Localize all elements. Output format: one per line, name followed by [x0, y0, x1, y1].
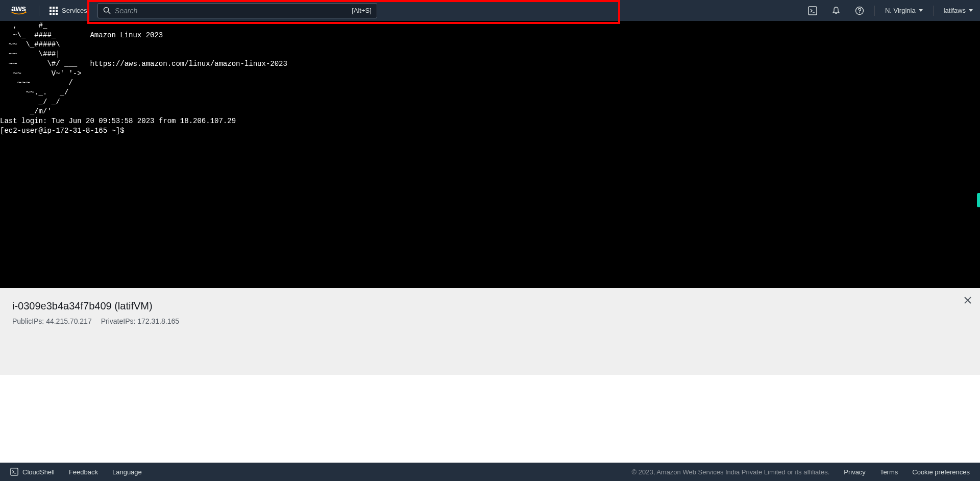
close-icon: [964, 296, 972, 304]
footer-right: © 2023, Amazon Web Services India Privat…: [632, 468, 970, 476]
search-icon: [103, 7, 111, 14]
footer-left: CloudShell Feedback Language: [10, 468, 142, 476]
language-button[interactable]: Language: [112, 468, 142, 476]
instance-title: i-0309e3b4a34f7b409 (latifVM): [12, 300, 968, 312]
aws-logo-swoosh-icon: [11, 11, 27, 15]
cloudshell-icon: [808, 6, 817, 15]
search-shortcut-label: [Alt+S]: [352, 7, 372, 14]
language-label: Language: [112, 468, 142, 476]
terms-link[interactable]: Terms: [880, 468, 898, 476]
nav-separator: [933, 6, 934, 16]
search-input[interactable]: [115, 7, 352, 15]
public-ip-label: PublicIPs: 44.215.70.217: [12, 317, 92, 325]
cloudshell-nav-button[interactable]: [801, 0, 824, 21]
services-label: Services: [62, 7, 87, 14]
help-icon: [855, 6, 864, 15]
private-ip-label: PrivateIPs: 172.31.8.165: [101, 317, 179, 325]
cloudshell-icon: [10, 468, 18, 476]
search-box[interactable]: [Alt+S]: [97, 3, 377, 18]
bell-icon: [831, 6, 841, 15]
terminal-output[interactable]: , #_ ~\_ ####_ Amazon Linux 2023 ~~ \_##…: [0, 21, 980, 288]
aws-logo[interactable]: aws: [0, 4, 36, 17]
search-wrap: [Alt+S]: [97, 3, 377, 18]
top-nav: aws Services [Alt+S]: [0, 0, 980, 21]
notifications-button[interactable]: [824, 0, 848, 21]
side-feedback-tab[interactable]: [977, 193, 980, 207]
feedback-label: Feedback: [69, 468, 98, 476]
nav-separator: [39, 6, 39, 16]
account-menu[interactable]: latifaws: [937, 0, 980, 21]
cloudshell-footer-label: CloudShell: [22, 468, 55, 476]
region-label: N. Virginia: [885, 7, 916, 14]
region-selector[interactable]: N. Virginia: [878, 0, 930, 21]
cloudshell-footer-button[interactable]: CloudShell: [10, 468, 55, 476]
cookie-preferences-link[interactable]: Cookie preferences: [912, 468, 970, 476]
services-grid-icon: [50, 7, 58, 15]
help-button[interactable]: [848, 0, 871, 21]
chevron-down-icon: [919, 9, 923, 12]
services-button[interactable]: Services: [42, 0, 94, 21]
nav-right: N. Virginia latifaws: [801, 0, 980, 21]
instance-ips: PublicIPs: 44.215.70.217 PrivateIPs: 172…: [12, 317, 968, 325]
svg-line-1: [108, 12, 110, 14]
chevron-down-icon: [969, 9, 973, 12]
close-panel-button[interactable]: [964, 295, 972, 307]
footer: CloudShell Feedback Language © 2023, Ama…: [0, 463, 980, 481]
account-label: latifaws: [944, 7, 966, 14]
privacy-link[interactable]: Privacy: [844, 468, 866, 476]
svg-point-5: [859, 12, 860, 13]
svg-point-0: [104, 7, 108, 12]
instance-info-panel: i-0309e3b4a34f7b409 (latifVM) PublicIPs:…: [0, 288, 980, 375]
feedback-button[interactable]: Feedback: [69, 468, 98, 476]
nav-separator: [874, 6, 875, 16]
copyright-text: © 2023, Amazon Web Services India Privat…: [632, 468, 830, 476]
